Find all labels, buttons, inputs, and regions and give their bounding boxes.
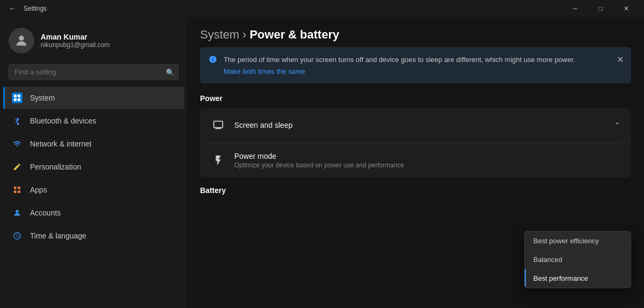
breadcrumb-separator: ›	[242, 28, 246, 42]
power-mode-text: Power mode Optimize your device based on…	[234, 152, 622, 169]
title-bar: ← Settings ─ □ ✕	[0, 0, 644, 17]
power-mode-icon	[210, 152, 227, 169]
breadcrumb: System › Power & battery	[200, 28, 631, 42]
user-name: Aman Kumar	[41, 33, 110, 41]
svg-rect-7	[14, 190, 17, 193]
sidebar-item-bluetooth-label: Bluetooth & devices	[30, 117, 96, 125]
sidebar-item-accounts[interactable]: Accounts	[3, 202, 184, 224]
bluetooth-icon	[12, 116, 22, 126]
svg-point-9	[16, 210, 18, 213]
close-banner-button[interactable]: ✕	[616, 53, 625, 66]
sidebar-item-bluetooth[interactable]: Bluetooth & devices	[3, 110, 184, 132]
screen-sleep-icon	[210, 117, 227, 134]
svg-point-0	[19, 36, 24, 41]
time-icon	[12, 230, 22, 241]
sidebar-item-network-label: Network & internet	[30, 140, 91, 148]
user-email: nikunpubg1@gmail.com	[41, 41, 110, 49]
window-controls: ─ □ ✕	[563, 1, 639, 16]
maximize-button[interactable]: □	[588, 1, 613, 16]
svg-rect-8	[18, 190, 20, 193]
info-text: The period of time when your screen turn…	[224, 55, 623, 76]
nav-list: System Bluetooth & devices Network & int…	[0, 86, 187, 308]
avatar	[9, 28, 34, 53]
sidebar-item-personalization[interactable]: Personalization	[3, 156, 184, 178]
title-bar-left: ← Settings	[5, 3, 47, 14]
dropdown-item-balanced[interactable]: Balanced	[525, 250, 631, 269]
dropdown-item-best-performance[interactable]: Best performance	[525, 269, 631, 288]
accounts-icon	[12, 207, 22, 218]
user-profile: Aman Kumar nikunpubg1@gmail.com	[0, 21, 187, 62]
main-content: System › Power & battery The period of t…	[187, 17, 644, 308]
power-mode-dropdown: Best power efficiency Balanced Best perf…	[524, 231, 631, 288]
info-banner: The period of time when your screen turn…	[200, 47, 631, 83]
power-mode-row[interactable]: Power mode Optimize your device based on…	[200, 143, 631, 178]
apps-icon	[12, 184, 22, 195]
sidebar-item-time[interactable]: Time & language	[3, 225, 184, 247]
screen-sleep-text: Screen and sleep	[234, 121, 605, 129]
power-mode-sublabel: Optimize your device based on power use …	[234, 161, 622, 169]
power-settings-card: Screen and sleep Power mode Optimize you…	[200, 108, 631, 178]
screen-sleep-row[interactable]: Screen and sleep	[200, 108, 631, 143]
sidebar-item-personalization-label: Personalization	[30, 163, 81, 171]
back-button[interactable]: ←	[5, 3, 19, 14]
sidebar-item-accounts-label: Accounts	[30, 209, 61, 217]
svg-rect-6	[18, 187, 20, 189]
sidebar-item-apps[interactable]: Apps	[3, 179, 184, 201]
personalization-icon	[12, 161, 22, 172]
banner-message: The period of time when your screen turn…	[224, 55, 623, 65]
svg-rect-5	[14, 187, 17, 189]
sidebar-item-system[interactable]: System	[3, 87, 184, 109]
svg-rect-4	[18, 98, 20, 101]
user-info: Aman Kumar nikunpubg1@gmail.com	[41, 33, 110, 49]
svg-rect-1	[14, 95, 17, 97]
sidebar-item-apps-label: Apps	[30, 186, 47, 194]
search-input[interactable]	[9, 64, 179, 80]
sidebar-item-time-label: Time & language	[30, 232, 86, 240]
svg-rect-2	[18, 95, 20, 97]
app-body: Aman Kumar nikunpubg1@gmail.com 🔍 System…	[0, 17, 644, 308]
search-box: 🔍	[9, 64, 179, 80]
app-title: Settings	[24, 5, 47, 12]
screen-sleep-chevron	[613, 119, 622, 130]
screen-sleep-label: Screen and sleep	[234, 121, 605, 129]
breadcrumb-parent: System	[200, 28, 239, 42]
page-title: Power & battery	[250, 28, 340, 42]
battery-section-title: Battery	[200, 186, 631, 195]
network-icon	[12, 138, 22, 149]
search-icon: 🔍	[166, 68, 174, 76]
power-section-title: Power	[200, 94, 631, 103]
sidebar: Aman Kumar nikunpubg1@gmail.com 🔍 System…	[0, 17, 187, 308]
svg-rect-3	[14, 98, 17, 101]
system-icon	[12, 93, 22, 103]
sidebar-item-system-label: System	[30, 94, 55, 102]
dropdown-item-best-power[interactable]: Best power efficiency	[525, 232, 631, 250]
minimize-button[interactable]: ─	[563, 1, 587, 16]
close-button[interactable]: ✕	[614, 1, 639, 16]
sidebar-item-network[interactable]: Network & internet	[3, 133, 184, 155]
banner-link[interactable]: Make both times the same	[224, 67, 305, 75]
info-icon	[209, 55, 217, 66]
power-mode-label: Power mode	[234, 152, 622, 160]
